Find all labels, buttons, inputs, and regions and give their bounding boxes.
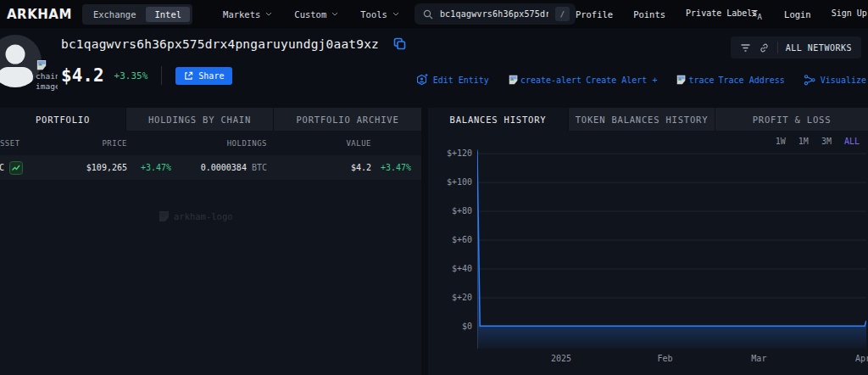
markets-menu-label: Markets	[223, 9, 260, 20]
trace-address-button[interactable]: trace Trace Address	[676, 74, 784, 86]
global-search-bar[interactable]: /	[415, 3, 576, 25]
asset-symbol[interactable]: BTC	[0, 163, 4, 172]
chart-x-axis: 2025FebMarApr	[477, 354, 866, 367]
search-input[interactable]	[440, 9, 548, 19]
x-axis-tick-label: 2025	[551, 354, 571, 363]
portfolio-tabs: PORTFOLIO HOLDINGS BY CHAIN PORTFOLIO AR…	[0, 108, 421, 131]
table-row[interactable]: BTC $109,265 +3.47% 0.0000384 BTC $4.2 +…	[0, 155, 421, 180]
svg-text:A: A	[758, 13, 763, 20]
tools-menu[interactable]: Tools	[360, 9, 399, 20]
edit-entity-icon	[415, 73, 429, 87]
address-header: chain image bc1qagwvrs6h36px575drx4pngar…	[0, 28, 868, 108]
asset-price-change: +3.47%	[127, 163, 171, 172]
translate-icon[interactable]: A	[750, 8, 764, 20]
time-range-selector: 1W 1M 3M ALL	[428, 131, 868, 148]
range-1m[interactable]: 1M	[798, 137, 809, 146]
create-alert-label: Create Alert +	[586, 76, 657, 85]
custom-menu-label: Custom	[294, 9, 326, 20]
trace-address-label: Trace Address	[719, 76, 785, 85]
share-button-label: Share	[198, 71, 224, 81]
holdings-unit: BTC	[252, 163, 267, 172]
tab-portfolio[interactable]: PORTFOLIO	[0, 108, 125, 131]
range-1w[interactable]: 1W	[776, 137, 786, 146]
share-button[interactable]: Share	[175, 67, 232, 85]
broken-image-icon	[508, 74, 520, 86]
x-axis-tick-label: Apr	[855, 354, 868, 363]
column-header-asset[interactable]: ASSET	[0, 139, 29, 148]
chevron-down-icon	[392, 12, 399, 16]
portfolio-panel: PORTFOLIO HOLDINGS BY CHAIN PORTFOLIO AR…	[0, 108, 421, 375]
chevron-down-icon	[265, 12, 272, 16]
price-chart-icon[interactable]	[9, 161, 23, 175]
asset-price: $109,265	[29, 163, 127, 172]
private-labels-link[interactable]: Private Labels	[686, 8, 730, 20]
visualize-label: Visualize	[821, 76, 866, 85]
tab-token-balances-history[interactable]: TOKEN BALANCES HISTORY	[568, 108, 715, 131]
main-content: PORTFOLIO HOLDINGS BY CHAIN PORTFOLIO AR…	[0, 108, 868, 375]
balances-history-panel: BALANCES HISTORY TOKEN BALANCES HISTORY …	[428, 108, 868, 375]
points-link[interactable]: Points	[633, 9, 665, 20]
asset-value-change: +3.47%	[371, 163, 411, 172]
history-tabs: BALANCES HISTORY TOKEN BALANCES HISTORY …	[428, 108, 868, 131]
column-header-value[interactable]: VALUE	[267, 139, 371, 148]
y-axis-tick-label: $+120	[447, 149, 472, 158]
markets-menu[interactable]: Markets	[223, 9, 272, 20]
profile-link[interactable]: Profile	[576, 9, 613, 20]
tab-portfolio-archive[interactable]: PORTFOLIO ARCHIVE	[273, 108, 421, 131]
top-navbar: ARKHAM Exchange Intel Markets Custom Too…	[0, 0, 868, 28]
y-axis-tick-label: $+60	[452, 235, 472, 244]
broken-image-icon	[158, 210, 171, 223]
visualize-button[interactable]: Visualize	[804, 74, 866, 87]
signup-link[interactable]: Sign Up	[832, 8, 860, 20]
exchange-toggle-button[interactable]: Exchange	[85, 7, 145, 22]
chart-y-axis: $0$+20$+40$+60$+80$+100$+120	[428, 149, 477, 349]
entity-actions: Edit Entity create-alert Create Alert +	[415, 73, 866, 87]
y-axis-tick-label: $+40	[452, 264, 472, 273]
copy-icon	[392, 36, 407, 51]
asset-value: $4.2	[267, 163, 371, 172]
custom-menu[interactable]: Custom	[294, 9, 338, 20]
all-networks-selector[interactable]: ALL NETWORKS	[731, 36, 861, 59]
broken-image-icon	[676, 74, 687, 86]
divider	[161, 66, 162, 85]
balance-usd: $4.2	[61, 65, 104, 86]
login-link[interactable]: Login	[784, 9, 811, 20]
holdings-amount: 0.0000384	[201, 163, 247, 172]
y-axis-tick-label: $0	[462, 322, 472, 331]
visualize-graph-icon	[804, 74, 816, 87]
address-title: bc1qagwvrs6h36px575drx4pngaruyundgj0aat9…	[61, 37, 379, 51]
x-axis-tick-label: Feb	[658, 354, 673, 363]
column-header-holdings[interactable]: HOLDINGS	[127, 139, 267, 148]
asset-holdings: 0.0000384 BTC	[171, 163, 267, 172]
search-icon	[423, 9, 433, 20]
intel-toggle-button[interactable]: Intel	[146, 7, 190, 22]
create-alert-icon-alt-text: create-alert	[520, 76, 581, 85]
search-shortcut-badge: /	[555, 7, 570, 21]
filter-icon[interactable]	[740, 43, 751, 53]
range-3m[interactable]: 3M	[821, 137, 832, 146]
tab-balances-history[interactable]: BALANCES HISTORY	[428, 108, 568, 131]
balance-area-chart[interactable]	[477, 149, 866, 349]
arkham-watermark: arkham-logo	[158, 210, 233, 223]
networks-label: ALL NETWORKS	[786, 43, 852, 53]
x-axis-tick-label: Mar	[751, 354, 766, 363]
nav-menus: Markets Custom Tools	[223, 9, 399, 20]
trace-icon-alt-text: trace	[688, 76, 714, 85]
y-axis-tick-label: $+20	[452, 293, 472, 302]
range-all[interactable]: ALL	[844, 137, 860, 146]
watermark-alt-text: arkham-logo	[174, 211, 233, 221]
edit-entity-button[interactable]: Edit Entity	[415, 73, 489, 87]
tab-profit-and-loss[interactable]: PROFIT & LOSS	[715, 108, 868, 131]
exchange-intel-toggle: Exchange Intel	[82, 4, 192, 25]
link-icon[interactable]	[759, 42, 770, 53]
create-alert-button[interactable]: create-alert Create Alert +	[508, 74, 658, 86]
tab-holdings-by-chain[interactable]: HOLDINGS BY CHAIN	[125, 108, 273, 131]
balances-chart[interactable]: $0$+20$+40$+60$+80$+100$+120 2025FebMarA…	[428, 149, 868, 372]
edit-entity-label: Edit Entity	[433, 76, 489, 85]
arkham-logo[interactable]: ARKHAM	[7, 7, 72, 22]
chain-image-alt-text: chain image	[36, 71, 58, 92]
copy-address-button[interactable]	[392, 36, 407, 51]
column-header-price[interactable]: PRICE	[29, 139, 127, 148]
arkham-app: ARKHAM Exchange Intel Markets Custom Too…	[0, 0, 868, 375]
chart-plot-area[interactable]: 2025FebMarApr	[477, 149, 868, 372]
